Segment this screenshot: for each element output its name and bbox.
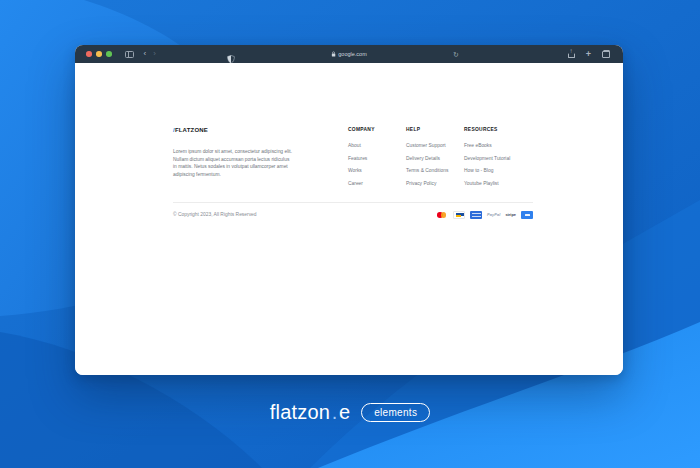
payment-methods: PayPal stripe (436, 211, 533, 219)
wordmark-dot: . (332, 401, 338, 424)
browser-titlebar: ‹ › google.com ↻ ↑ + (75, 45, 623, 63)
share-icon[interactable]: ↑ (568, 50, 575, 58)
new-tab-icon[interactable]: + (586, 50, 591, 59)
footer-link-delivery-details[interactable]: Delivery Details (406, 153, 464, 166)
address-bar[interactable]: google.com (331, 45, 366, 63)
footer-logo[interactable]: /FLATZONE (173, 127, 293, 133)
back-button[interactable]: ‹ (144, 50, 147, 58)
footer-link-youtube-playlist[interactable]: Youtube Playlist (464, 178, 522, 191)
browser-window: ‹ › google.com ↻ ↑ + (75, 45, 623, 375)
footer-column-help: HELP Customer Support Delivery Details T… (406, 127, 464, 191)
url-text: google.com (338, 51, 366, 57)
footer-link-about[interactable]: About (348, 140, 406, 153)
footer-link-works[interactable]: Works (348, 165, 406, 178)
footer-link-career[interactable]: Career (348, 178, 406, 191)
footer-link-how-to-blog[interactable]: How to - Blog (464, 165, 522, 178)
paypal-icon: PayPal (487, 211, 500, 219)
footer-description: Lorem ipsum dolor sit amet, consectetur … (173, 148, 293, 178)
flatzone-branding: flatzon . e elements (0, 401, 700, 424)
flatzone-wordmark: flatzon . e (270, 401, 350, 424)
footer-divider (173, 202, 533, 203)
column-title: COMPANY (348, 127, 406, 132)
blue-card-icon (521, 211, 533, 219)
minimize-button[interactable] (96, 51, 102, 57)
zoom-button[interactable] (106, 51, 112, 57)
amex-icon (470, 211, 482, 219)
site-footer: /FLATZONE Lorem ipsum dolor sit amet, co… (173, 127, 533, 219)
column-title: HELP (406, 127, 464, 132)
web-page: /FLATZONE Lorem ipsum dolor sit amet, co… (75, 63, 623, 375)
mastercard-icon (436, 211, 448, 219)
logo-text: FLATZONE (175, 127, 208, 133)
footer-link-privacy-policy[interactable]: Privacy Policy (406, 178, 464, 191)
wordmark-text: flatzon (270, 401, 330, 424)
footer-link-customer-support[interactable]: Customer Support (406, 140, 464, 153)
footer-column-company: COMPANY About Features Works Career (348, 127, 406, 191)
footer-brand-block: /FLATZONE Lorem ipsum dolor sit amet, co… (173, 127, 293, 191)
copyright-text: © Copyright 2023, All Rights Reserved (173, 212, 257, 217)
reload-icon[interactable]: ↻ (453, 50, 459, 59)
elements-badge: elements (361, 403, 430, 422)
sidebar-toggle-icon[interactable] (125, 51, 134, 58)
visa-icon (453, 211, 465, 219)
footer-column-resources: RESOURCES Free eBooks Development Tutori… (464, 127, 522, 191)
footer-link-features[interactable]: Features (348, 153, 406, 166)
footer-link-development-tutorial[interactable]: Development Tutorial (464, 153, 522, 166)
tab-overview-icon[interactable] (602, 50, 610, 58)
stripe-icon: stripe (505, 211, 516, 219)
column-title: RESOURCES (464, 127, 522, 132)
close-button[interactable] (86, 51, 92, 57)
wordmark-e: e (339, 401, 350, 424)
footer-link-terms-conditions[interactable]: Terms & Conditions (406, 165, 464, 178)
lock-icon (331, 51, 336, 57)
forward-button[interactable]: › (153, 50, 156, 58)
footer-link-free-ebooks[interactable]: Free eBooks (464, 140, 522, 153)
traffic-lights (86, 51, 112, 57)
